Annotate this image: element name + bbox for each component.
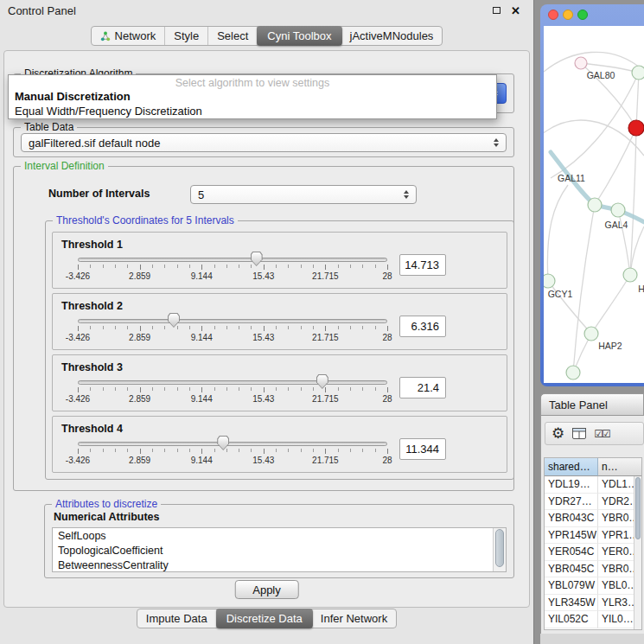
attribute-item-betweennesscentrality[interactable]: BetweennessCentrality [53,558,506,572]
slider-tick [338,326,339,329]
slider-tick [264,326,265,331]
threshold-1-value-field[interactable]: 14.713 [399,254,446,276]
tab-infer-network[interactable]: Infer Network [312,609,396,628]
table-row[interactable]: YBR045CYBR0… [545,561,641,578]
slider-scale-label: 9.144 [191,271,213,281]
slider-tick [313,326,314,329]
window-close-light[interactable] [548,10,558,20]
slider-tick [350,387,351,391]
tab-impute-data[interactable]: Impute Data [137,609,217,628]
threshold-1-slider-thumb[interactable] [251,252,263,266]
table-row[interactable]: YIL052CYIL0… [545,611,641,628]
threshold-2-slider-thumb[interactable] [168,313,180,328]
slider-tick [90,387,91,391]
node-table: shared…n… YDL19…YDL1…YDR27…YDR2…YBR043CY… [544,457,642,630]
tab-style[interactable]: Style [165,27,208,45]
table-row[interactable]: YBL079WYBL0… [545,577,641,595]
slider-tick [103,387,104,391]
thresholds-group: Threshold's Coordinates for 5 Intervals … [45,220,514,480]
threshold-1-label: Threshold 1 [61,239,499,251]
slider-tick [264,449,265,454]
table-row[interactable]: YDR27…YDR2… [545,494,641,511]
slider-tick [301,387,302,391]
slider-tick [226,326,227,329]
tab-discretize-data[interactable]: Discretize Data [216,609,313,628]
slider-tick [127,449,128,452]
table-row[interactable]: YLR345WYLR3… [545,595,641,612]
slider-tick [387,326,388,331]
slider-scale-label: -3.426 [66,456,90,465]
list-scrollbar[interactable] [493,528,506,571]
tab-infer-network-label: Infer Network [321,612,387,625]
table-scrollbar-thumb[interactable] [635,477,641,539]
numerical-attributes-list[interactable]: SelfLoopsTopologicalCoefficientBetweenne… [52,527,507,572]
attribute-item-selfloops[interactable]: SelfLoops [53,528,506,543]
threshold-2-panel: Threshold 2-3.4262.8599.14415.4321.71528… [52,293,507,350]
slider-tick [115,387,116,391]
checkboxes-icon[interactable]: ☑☑ [594,428,609,440]
network-canvas[interactable]: GAL80GAL11GAL4GCY1HAP2H [544,26,644,383]
slider-tick [90,265,91,268]
slider-tick [214,449,215,452]
threshold-1-panel: Threshold 1-3.4262.8599.14415.4321.71528… [52,232,507,289]
cell-shared-name: YDL19… [545,476,598,494]
attributes-group: Attributes to discretize Numerical Attri… [44,504,514,578]
threshold-4-slider[interactable]: -3.4262.8599.14415.4321.71528 [78,436,387,469]
tab-select-label: Select [217,29,248,42]
dropdown-option-equal-width-frequency[interactable]: Equal Width/Frequency Discretization [9,104,496,118]
gear-icon[interactable]: ⚙ [552,426,564,441]
table-row[interactable]: YBR043CYBR0… [545,510,641,527]
control-panel-title: Control Panel [8,4,76,17]
column-header-name[interactable]: n… [598,458,641,476]
threshold-1-slider[interactable]: -3.4262.8599.14415.4321.71528 [78,252,387,284]
float-window-icon[interactable] [493,7,501,14]
window-zoom-light[interactable] [577,10,588,20]
number-of-intervals-select[interactable]: 5 [190,185,417,204]
threshold-2-value-field[interactable]: 6.316 [399,316,446,337]
svg-text:GAL80: GAL80 [587,70,615,80]
svg-text:GAL11: GAL11 [558,173,585,183]
tab-select[interactable]: Select [208,27,258,45]
table-scrollbar[interactable] [634,476,641,629]
table-row[interactable]: YER054CYER0… [545,544,641,561]
column-header-shared-name[interactable]: shared… [545,458,598,476]
slider-track [78,319,387,323]
close-icon[interactable]: ✕ [511,5,520,16]
list-scrollbar-thumb[interactable] [495,529,504,567]
slider-scale-label: 28 [382,394,392,404]
slider-tick [362,387,363,391]
tab-network[interactable]: Network [92,27,166,45]
interval-definition-group: Interval Definition Number of Intervals … [13,166,514,491]
slider-scale-label: 9.144 [191,333,213,342]
threshold-3-slider-thumb[interactable] [316,374,328,389]
slider-tick [301,326,302,329]
threshold-4-value-field[interactable]: 11.344 [399,438,446,460]
svg-text:HAP2: HAP2 [598,341,622,351]
slider-tick [201,326,202,331]
slider-tick [387,387,388,392]
tab-jactivemnodules[interactable]: jActiveMNodules [341,27,443,45]
threshold-3-value-field[interactable]: 21.4 [399,377,446,399]
slider-tick [276,387,277,391]
table-data-select[interactable]: galFiltered.sif default node [21,133,507,152]
dropdown-option-manual-discretization[interactable]: Manual Discretization [9,89,496,104]
tab-network-label: Network [115,29,156,42]
apply-button[interactable]: Apply [234,580,299,599]
tab-style-label: Style [174,29,199,42]
table-row[interactable]: YPR145WYPR1… [545,527,641,545]
slider-tick [276,326,277,329]
slider-tick [140,449,141,454]
window-minimize-light[interactable] [563,10,573,20]
table-row[interactable]: YDL19…YDL1… [545,476,641,494]
cell-shared-name: YLR345W [545,595,598,612]
threshold-2-label: Threshold 2 [61,300,499,312]
attribute-item-topologicalcoefficient[interactable]: TopologicalCoefficient [53,543,506,558]
tab-cyni-toolbox[interactable]: Cyni Toolbox [257,26,341,46]
combo-stepper-icon [494,138,499,147]
threshold-4-slider-thumb[interactable] [217,436,229,450]
cell-shared-name: YBL079W [545,577,598,595]
threshold-3-slider[interactable]: -3.4262.8599.14415.4321.71528 [78,374,387,407]
threshold-2-slider[interactable]: -3.4262.8599.14415.4321.71528 [78,313,387,346]
columns-icon[interactable] [572,428,586,439]
slider-tick [375,326,376,329]
